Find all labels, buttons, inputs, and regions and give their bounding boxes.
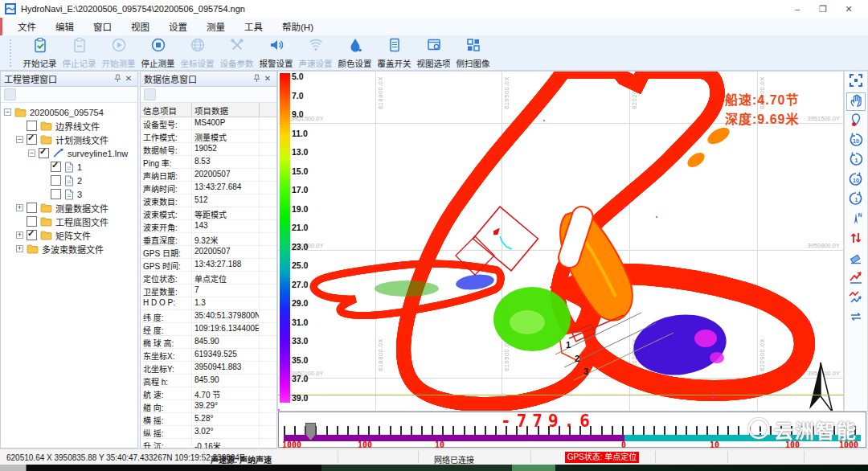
table-row[interactable]: 航 速:4.70 节 <box>141 387 276 400</box>
checkbox[interactable] <box>39 148 49 158</box>
table-row[interactable]: 数据帧号:19052 <box>141 143 276 156</box>
tree-item-计划测线文件[interactable]: −计划测线文件 <box>1 133 137 146</box>
item-value: 3950941.883 <box>192 362 260 374</box>
pin-icon[interactable] <box>251 74 262 84</box>
locate-position-button[interactable] <box>846 113 866 131</box>
collapse-icon[interactable]: − <box>28 149 35 157</box>
color-settings-button[interactable]: 颜色设置 <box>335 36 375 70</box>
tree-item-1[interactable]: 1 <box>1 160 137 174</box>
table-row[interactable]: 东坐标X:619349.525 <box>141 349 276 362</box>
checkbox[interactable] <box>27 121 37 131</box>
tree-item-边界线文件[interactable]: 边界线文件 <box>1 119 137 133</box>
tree-item-矩阵文件[interactable]: +矩阵文件 <box>1 228 137 242</box>
menu-item-测量[interactable]: 测量 <box>197 20 235 33</box>
item-label: 艏 向: <box>141 400 192 412</box>
checkbox[interactable] <box>51 175 61 186</box>
table-row[interactable]: 波束开角:143 <box>141 220 276 233</box>
table-row[interactable]: 声纳日期:20200507 <box>141 169 276 182</box>
record-start-button[interactable]: 开始记录 <box>20 36 59 70</box>
table-row[interactable]: 波束模式:等距模式 <box>141 207 276 220</box>
multi-profile-button[interactable] <box>846 289 866 308</box>
table-row[interactable]: 定位状态:单点定位 <box>141 272 276 285</box>
tree-item-3[interactable]: 3 <box>1 187 137 201</box>
table-row[interactable]: GPS 日期:20200507 <box>141 246 276 259</box>
tree-item-工程底图文件[interactable]: 工程底图文件 <box>1 215 137 228</box>
profile-line-button[interactable] <box>846 270 866 289</box>
side-scan-button[interactable]: 侧扫图像 <box>453 36 493 70</box>
rotate-cw-1-button[interactable]: 1 <box>846 191 866 210</box>
menu-item-设置[interactable]: 设置 <box>159 20 197 33</box>
table-row[interactable]: 纬 度:35:40:51.379800N <box>141 310 276 323</box>
table-row[interactable]: 设备型号:MS400P <box>141 117 276 130</box>
view-options-button[interactable]: 视图选项 <box>414 36 453 70</box>
swap-vertical-icon <box>848 230 864 249</box>
minimize-button[interactable]: – <box>784 0 810 18</box>
checkbox[interactable] <box>27 230 37 240</box>
swap-vertical-button[interactable] <box>846 231 866 249</box>
menu-item-窗口[interactable]: 窗口 <box>84 20 121 33</box>
tree-item-测量数据文件[interactable]: +测量数据文件 <box>1 201 137 215</box>
menu-item-视图[interactable]: 视图 <box>121 20 159 33</box>
table-row[interactable]: 北坐标Y:3950941.883 <box>141 362 276 375</box>
swap-horizontal-button[interactable] <box>846 309 866 328</box>
colorbar-tick-label: 11.0 <box>292 129 308 138</box>
checkbox[interactable] <box>51 189 61 199</box>
north-up-button[interactable]: N <box>846 211 866 229</box>
table-row[interactable]: 垂直深度:9.32米 <box>141 233 276 246</box>
rotate-ccw-1-button[interactable]: 1 <box>846 152 866 170</box>
close-panel-icon[interactable]: ✕ <box>123 75 134 83</box>
coverage-switch-button[interactable]: 覆盖开关 <box>375 36 414 70</box>
rotate-ccw-10-button[interactable]: 10 <box>846 132 866 150</box>
table-row[interactable]: 经 度:109:19:6.134400E <box>141 323 276 336</box>
close-panel-icon[interactable]: ✕ <box>262 75 273 83</box>
item-label: 纵 摇: <box>141 426 192 438</box>
map-view[interactable]: 3951500.0Y3951500.0Y3950800.0Y3950800.0Y… <box>277 71 844 412</box>
tree-item-surveyline1.lnw[interactable]: −surveyline1.lnw <box>1 146 137 160</box>
table-row[interactable]: 声纳时间:13:43:27.684 <box>141 182 276 195</box>
checkbox[interactable] <box>51 162 61 172</box>
expand-icon[interactable]: + <box>16 245 23 252</box>
expand-icon[interactable]: + <box>16 231 23 239</box>
table-row[interactable]: 工作模式:测量模式 <box>141 130 276 143</box>
table-row[interactable]: GPS 时间:13:43:27.188 <box>141 259 276 272</box>
table-row[interactable]: Ping 率:8.53 <box>141 156 276 169</box>
new-item-icon[interactable] <box>4 88 16 100</box>
pin-icon[interactable] <box>112 74 123 84</box>
vendor-logo-icon <box>747 417 770 443</box>
copy-icon[interactable] <box>144 88 156 100</box>
checkbox[interactable] <box>27 216 37 227</box>
colorbar-tick-label: 25.0 <box>292 260 308 270</box>
table-row[interactable]: 高程 h:845.90 <box>141 375 276 387</box>
item-label: 卫星数量: <box>141 285 192 297</box>
menu-item-文件[interactable]: 文件 <box>8 20 46 33</box>
menu-item-工具[interactable]: 工具 <box>235 20 272 33</box>
item-label: 椭 球 高: <box>141 336 192 348</box>
zoom-extent-button[interactable] <box>846 73 866 92</box>
tree-item-20200506_095754[interactable]: −20200506_095754 <box>1 105 137 119</box>
checkbox[interactable] <box>27 134 37 145</box>
table-row[interactable]: 卫星数量:7 <box>141 285 276 297</box>
alarm-settings-button[interactable]: 报警设置 <box>256 36 296 70</box>
menu-item-帮助(H)[interactable]: 帮助(H) <box>272 20 323 33</box>
table-row[interactable]: 横 摇:5.28° <box>141 413 276 426</box>
tree-item-2[interactable]: 2 <box>1 174 137 187</box>
toolbar-button-label: 侧扫图像 <box>457 57 490 69</box>
eraser-button[interactable] <box>846 250 866 268</box>
item-label: 声纳时间: <box>141 182 192 194</box>
close-button[interactable]: ✕ <box>836 0 862 18</box>
tree-item-多波束数据文件[interactable]: +多波束数据文件 <box>1 242 137 256</box>
measure-stop-button[interactable]: 停止测量 <box>138 36 178 70</box>
table-row[interactable]: 波束数目:512 <box>141 195 276 207</box>
rotate-cw-10-button[interactable]: 10 <box>846 171 866 190</box>
collapse-icon[interactable]: − <box>16 136 23 143</box>
maximize-button[interactable]: ❐ <box>810 0 836 18</box>
menu-item-编辑[interactable]: 编辑 <box>46 20 84 33</box>
expand-icon[interactable]: + <box>16 204 23 211</box>
checkbox[interactable] <box>27 203 37 213</box>
table-row[interactable]: 椭 球 高:845.90 <box>141 336 276 349</box>
table-row[interactable]: H D O P:1.3 <box>141 297 276 310</box>
table-row[interactable]: 纵 摇:3.02° <box>141 426 276 439</box>
table-row[interactable]: 艏 向:39.29° <box>141 400 276 413</box>
pan-hand-button[interactable] <box>846 92 866 111</box>
collapse-icon[interactable]: − <box>4 109 11 116</box>
